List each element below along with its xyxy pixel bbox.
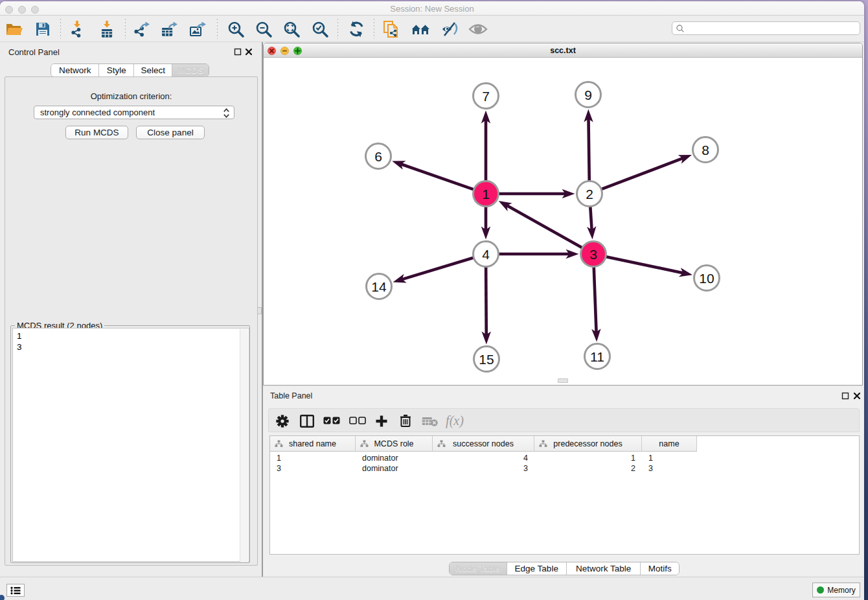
control-panel-float-icon[interactable] (234, 48, 242, 56)
graph-node-1[interactable]: 1 (474, 181, 499, 207)
deselect-all-button[interactable] (348, 411, 367, 430)
deselect-all-icon (349, 417, 366, 426)
toolbar-separator (374, 19, 374, 39)
edge-1-6[interactable] (400, 164, 474, 189)
svg-text:3: 3 (589, 247, 597, 262)
first-neighbors-icon (411, 21, 430, 37)
cell-name[interactable]: 1 (642, 453, 697, 463)
gear-button[interactable] (273, 411, 292, 430)
edge-4-15[interactable] (486, 267, 486, 336)
graph-node-2[interactable]: 2 (577, 181, 602, 207)
zoom-selected-button[interactable] (309, 18, 331, 40)
table-row-2[interactable]: 3dominator323 (270, 463, 859, 474)
add-row-button[interactable] (372, 411, 391, 430)
application-window: Session: New Session Control Panel Netwo… (0, 1, 864, 600)
edge-2-3[interactable] (590, 207, 591, 231)
toolbar-separator (337, 19, 338, 39)
graph-node-14[interactable]: 14 (367, 274, 392, 299)
tab-select[interactable]: Select (133, 64, 172, 76)
control-panel-close-icon[interactable] (245, 48, 253, 56)
close-panel-button[interactable]: Close panel (136, 126, 205, 139)
svg-text:7: 7 (482, 89, 490, 104)
column-header-MCDS-role[interactable]: MCDS role (356, 436, 433, 452)
memory-button[interactable]: Memory (812, 583, 860, 597)
tab-motifs[interactable]: Motifs (640, 562, 679, 575)
run-mcds-button[interactable]: Run MCDS (65, 126, 128, 139)
column-header-shared-name[interactable]: shared name (270, 436, 356, 452)
graph-node-6[interactable]: 6 (366, 144, 391, 169)
edge-4-14[interactable] (402, 258, 474, 280)
graph-node-4[interactable]: 4 (474, 242, 499, 267)
graph-node-7[interactable]: 7 (474, 84, 499, 109)
table-splitter-grip[interactable] (558, 378, 568, 383)
network-canvas[interactable]: 1234678910111415 (264, 58, 862, 385)
tab-network[interactable]: Network (51, 64, 98, 76)
zoom-in-button[interactable] (225, 18, 247, 40)
export-table-button[interactable] (159, 18, 181, 40)
show-all-button[interactable] (467, 18, 489, 40)
edge-2-9[interactable] (588, 118, 589, 181)
table-panel-close-icon[interactable] (853, 392, 861, 400)
toolbar-separator (60, 19, 61, 39)
cell-predecessor-nodes[interactable]: 1 (534, 453, 642, 463)
column-header-successor-nodes[interactable]: successor nodes (433, 436, 534, 452)
mcds-result-group: MCDS result (2 nodes) 13 (10, 325, 250, 563)
import-table-button[interactable] (96, 18, 118, 40)
tab-style[interactable]: Style (98, 64, 133, 76)
cell-successor-nodes[interactable]: 3 (433, 463, 534, 474)
edge-2-8[interactable] (602, 158, 683, 189)
mcds-result-line: 3 (17, 341, 249, 352)
edge-3-1[interactable] (507, 205, 582, 248)
control-panel-title: Control Panel (8, 47, 60, 57)
task-history-button[interactable] (6, 584, 25, 597)
edge-3-11[interactable] (594, 267, 597, 333)
import-network-button[interactable] (66, 18, 88, 40)
delete-row-button[interactable] (396, 411, 415, 430)
toolbar-separator (125, 19, 126, 39)
select-all-button[interactable] (322, 411, 341, 430)
column-header-predecessor-nodes[interactable]: predecessor nodes (534, 436, 642, 452)
cell-MCDS-role[interactable]: dominator (356, 453, 433, 463)
cell-name[interactable]: 3 (642, 463, 697, 474)
cell-shared-name[interactable]: 1 (270, 453, 356, 463)
first-neighbors-button[interactable] (409, 18, 431, 40)
graph-node-9[interactable]: 9 (576, 82, 601, 108)
columns-button[interactable] (297, 411, 317, 430)
graph-node-15[interactable]: 15 (474, 347, 499, 372)
delete-table-button (420, 411, 439, 430)
control-panel-tabs: NetworkStyleSelectMCDS (51, 63, 209, 77)
graph-node-8[interactable]: 8 (693, 137, 718, 163)
panel-splitter-grip[interactable] (257, 307, 262, 314)
export-network-button[interactable] (131, 18, 153, 40)
graph-node-3[interactable]: 3 (581, 242, 606, 267)
cell-shared-name[interactable]: 3 (270, 463, 356, 474)
result-scrollbar[interactable] (240, 329, 248, 562)
node-table[interactable]: shared nameMCDS rolesuccessor nodesprede… (269, 435, 860, 555)
tab-mcds[interactable]: MCDS (172, 64, 209, 76)
network-graph: 1234678910111415 (264, 58, 862, 385)
edge-3-10[interactable] (606, 257, 684, 273)
tab-edge-table[interactable]: Edge Table (507, 562, 566, 575)
tab-node-table[interactable]: Node Table (450, 562, 507, 575)
graph-node-11[interactable]: 11 (585, 344, 610, 369)
cell-predecessor-nodes[interactable]: 2 (534, 463, 642, 474)
graph-node-10[interactable]: 10 (694, 266, 720, 291)
open-session-button[interactable] (3, 18, 25, 40)
refresh-button[interactable] (345, 18, 367, 40)
hide-selected-button[interactable] (440, 18, 462, 40)
search-input[interactable] (672, 21, 860, 35)
cell-successor-nodes[interactable]: 4 (433, 453, 534, 463)
clone-network-button[interactable] (380, 18, 402, 40)
cell-MCDS-role[interactable]: dominator (356, 463, 433, 474)
criterion-select[interactable]: strongly connected component (34, 106, 234, 119)
zoom-out-button[interactable] (253, 18, 275, 40)
network-window-header[interactable]: scc.txt (264, 43, 862, 58)
save-session-button[interactable] (32, 18, 54, 40)
mcds-result-text[interactable]: 13 (12, 328, 249, 562)
column-header-name[interactable]: name (642, 436, 697, 452)
table-panel-float-icon[interactable] (841, 392, 849, 400)
export-image-button[interactable] (187, 18, 209, 40)
table-row-1[interactable]: 1dominator411 (270, 453, 859, 463)
tab-network-table[interactable]: Network Table (566, 562, 640, 575)
fit-content-button[interactable] (280, 18, 303, 40)
